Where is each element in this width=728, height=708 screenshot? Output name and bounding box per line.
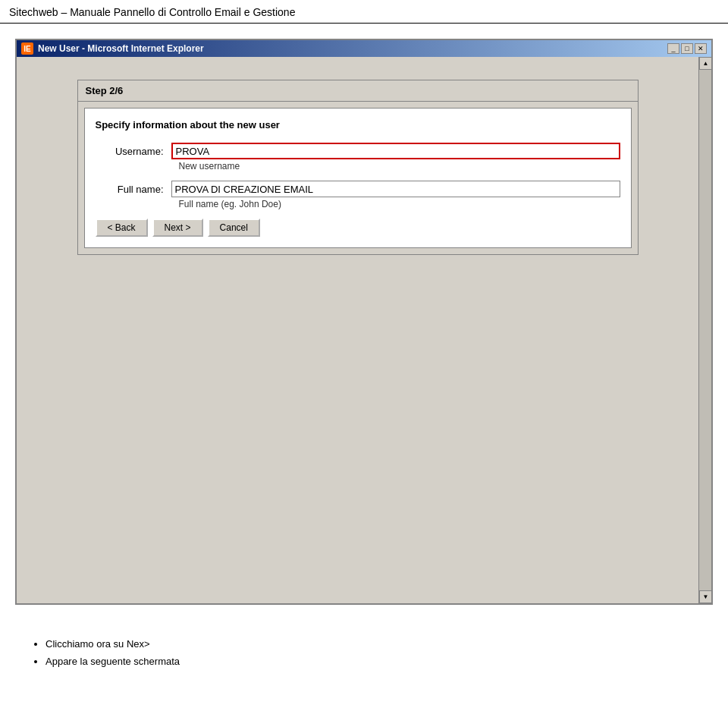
minimize-button[interactable]: _ (667, 43, 679, 54)
username-row: Username: (96, 143, 620, 159)
ie-titlebar: IE New User - Microsoft Internet Explore… (17, 40, 711, 57)
step-body: Specify information about the new user U… (84, 108, 632, 248)
username-label: Username: (96, 146, 171, 157)
ie-titlebar-left: IE New User - Microsoft Internet Explore… (21, 42, 204, 55)
ie-content-area: Step 2/6 Specify information about the n… (17, 57, 698, 603)
close-button[interactable]: ✕ (695, 43, 707, 54)
back-button[interactable]: < Back (96, 219, 148, 237)
scroll-down-button[interactable]: ▼ (699, 590, 712, 603)
scroll-up-button[interactable]: ▲ (699, 57, 712, 70)
ie-window-title: New User - Microsoft Internet Explorer (38, 43, 204, 54)
maximize-button[interactable]: □ (681, 43, 693, 54)
list-item: Clicchiamo ora su Nex> (46, 635, 705, 653)
ie-window: IE New User - Microsoft Internet Explore… (15, 39, 713, 605)
fullname-row: Full name: (96, 181, 620, 197)
fullname-input[interactable] (171, 181, 620, 197)
ie-window-controls: _ □ ✕ (667, 43, 707, 54)
step-label: Step 2/6 (86, 85, 124, 96)
username-hint: New username (179, 161, 620, 171)
list-item: Appare la seguente schermata (46, 653, 705, 670)
page-bottom: Clicchiamo ora su Nex> Appare la seguent… (0, 620, 728, 686)
page-title: Sitechweb – Manuale Pannello di Controll… (9, 6, 719, 18)
ie-app-icon: IE (21, 42, 33, 55)
notes-list: Clicchiamo ora su Nex> Appare la seguent… (23, 635, 705, 671)
step-title: Specify information about the new user (96, 119, 620, 131)
page-header: Sitechweb – Manuale Pannello di Controll… (0, 0, 728, 24)
fullname-hint: Full name (eg. John Doe) (179, 199, 620, 209)
cancel-button[interactable]: Cancel (208, 219, 260, 237)
scrollbar-track (699, 70, 711, 590)
username-input[interactable] (171, 143, 620, 159)
button-row: < Back Next > Cancel (96, 219, 620, 237)
step-header: Step 2/6 (78, 80, 638, 102)
fullname-label: Full name: (96, 184, 171, 195)
scrollbar-right: ▲ ▼ (698, 57, 711, 603)
step-panel: Step 2/6 Specify information about the n… (77, 80, 639, 255)
next-button[interactable]: Next > (152, 219, 203, 237)
